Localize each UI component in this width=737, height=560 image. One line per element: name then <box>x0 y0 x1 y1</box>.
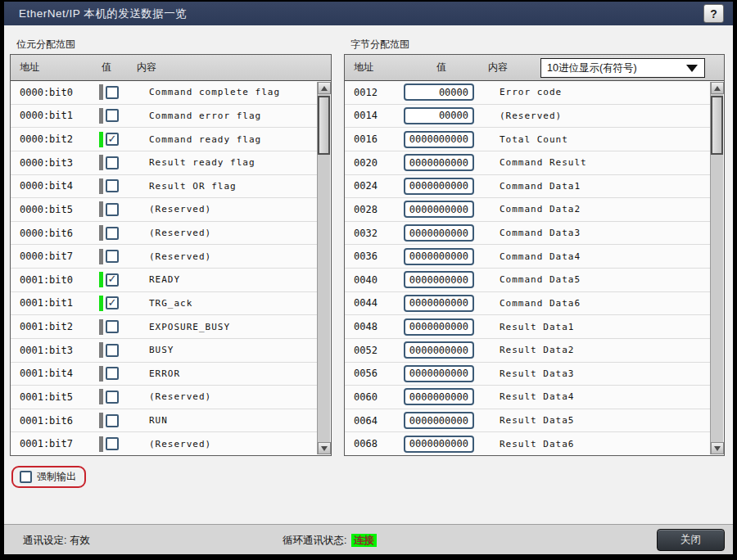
bit-checkbox[interactable] <box>106 203 119 216</box>
scroll-down-icon[interactable] <box>711 442 724 454</box>
close-button[interactable]: 关闭 <box>657 529 725 551</box>
bit-address: 0001:bit6 <box>20 415 99 427</box>
byte-value-input[interactable] <box>404 107 474 124</box>
byte-content: Command Data2 <box>500 204 581 215</box>
bit-checkbox[interactable] <box>106 133 119 146</box>
bit-checkbox[interactable] <box>106 227 119 240</box>
byte-value-input[interactable] <box>404 178 474 195</box>
bit-address: 0001:bit1 <box>20 297 99 309</box>
bit-content: (Reserved) <box>149 439 211 449</box>
bit-row: 0001:bit6RUN <box>11 409 317 433</box>
byte-scrollbar[interactable] <box>710 82 723 454</box>
byte-row: 0028Command Data2 <box>345 198 710 222</box>
bit-checkbox[interactable] <box>106 109 119 122</box>
cyclic-status-badge: 连接 <box>351 534 377 547</box>
comm-setting-status: 通讯设定: 有效 <box>23 534 90 548</box>
chevron-down-icon <box>686 65 698 72</box>
byte-value-input[interactable] <box>404 154 474 171</box>
bit-value-cell <box>99 132 138 147</box>
bit-checkbox[interactable] <box>106 391 119 404</box>
bit-table-header: 地址 值 内容 <box>11 55 331 81</box>
byte-value-input[interactable] <box>404 412 474 429</box>
bit-table: 地址 值 内容 0000:bit0Command complete flag00… <box>10 54 332 456</box>
byte-value-input[interactable] <box>404 131 474 148</box>
force-output-checkbox[interactable] <box>20 471 32 483</box>
byte-address: 0032 <box>354 228 404 239</box>
bit-address: 0000:bit6 <box>20 228 99 239</box>
byte-value-input[interactable] <box>404 388 474 405</box>
bit-value-cell <box>99 249 138 264</box>
bit-row: 0000:bit1Command error flag <box>11 105 317 129</box>
bit-value-cell <box>99 108 138 124</box>
help-button[interactable]: ? <box>703 4 724 23</box>
byte-value-input[interactable] <box>404 271 474 288</box>
display-mode-value: 10进位显示(有符号) <box>547 61 686 75</box>
status-bar: 通讯设定: 有效 循环通讯状态: 连接 关闭 <box>4 524 733 554</box>
bit-row: 0000:bit7(Reserved) <box>11 245 317 269</box>
bit-content: (Reserved) <box>149 228 211 238</box>
bit-value-cell <box>99 225 138 241</box>
bit-checkbox[interactable] <box>106 414 119 427</box>
bit-address: 0000:bit2 <box>20 133 99 145</box>
bit-checkbox[interactable] <box>106 250 119 263</box>
value-indicator-bar <box>99 319 103 335</box>
value-indicator-bar <box>99 366 103 382</box>
dialog-frame: EtherNet/IP 本机的发送数据一览 ? 位元分配范围 字节分配范围 地址… <box>0 0 737 560</box>
bit-scrollbar-thumb[interactable] <box>318 96 330 155</box>
bit-checkbox[interactable] <box>106 320 119 333</box>
byte-content: Command Data1 <box>500 181 581 192</box>
byte-address: 0040 <box>354 274 404 286</box>
byte-value-input[interactable] <box>404 341 474 359</box>
bit-checkbox[interactable] <box>106 179 119 192</box>
value-indicator-bar <box>99 413 103 428</box>
byte-value-input[interactable] <box>404 248 474 265</box>
byte-value-input[interactable] <box>404 224 474 242</box>
byte-content: Result Data4 <box>500 391 574 402</box>
bit-checkbox[interactable] <box>106 86 119 99</box>
byte-table: 地址 值 内容 10进位显示(有符号) 0012Error code0014(R… <box>344 54 725 456</box>
byte-address: 0056 <box>354 368 404 379</box>
comm-setting-value: 有效 <box>70 535 90 546</box>
byte-value-input[interactable] <box>404 295 474 312</box>
byte-value-cell <box>404 388 489 405</box>
bit-content: Command error flag <box>149 111 261 121</box>
byte-address: 0052 <box>354 345 404 356</box>
byte-row: 0014(Reserved) <box>345 105 710 129</box>
byte-row: 0016Total Count <box>345 128 710 151</box>
force-output-group: 强制输出 <box>11 466 86 488</box>
bit-address: 0000:bit7 <box>20 251 99 262</box>
bit-checkbox[interactable] <box>106 156 119 169</box>
byte-value-input[interactable] <box>404 201 474 218</box>
scroll-up-icon[interactable] <box>711 82 724 94</box>
bit-checkbox[interactable] <box>106 273 119 287</box>
bit-checkbox[interactable] <box>106 367 119 380</box>
byte-value-cell <box>404 154 489 171</box>
bit-scrollbar[interactable] <box>317 82 330 454</box>
cyclic-status-label: 循环通讯状态: <box>283 535 350 546</box>
value-indicator-bar <box>99 342 103 358</box>
bit-checkbox[interactable] <box>106 437 119 450</box>
bit-checkbox[interactable] <box>106 344 119 357</box>
display-mode-dropdown[interactable]: 10进位显示(有符号) <box>540 58 705 78</box>
byte-value-cell <box>404 107 489 124</box>
scroll-up-icon[interactable] <box>318 82 331 94</box>
byte-scrollbar-thumb[interactable] <box>711 96 723 155</box>
byte-address: 0060 <box>354 391 404 403</box>
bit-table-body: 0000:bit0Command complete flag0000:bit1C… <box>11 81 331 455</box>
scroll-down-icon[interactable] <box>318 442 331 454</box>
byte-value-cell <box>404 365 489 382</box>
byte-value-input[interactable] <box>404 436 474 453</box>
byte-address: 0036 <box>354 251 404 262</box>
byte-value-input[interactable] <box>404 84 474 101</box>
value-indicator-bar <box>99 84 103 100</box>
byte-value-input[interactable] <box>404 318 474 336</box>
byte-col-content: 内容 <box>488 61 508 75</box>
value-indicator-bar <box>99 178 103 194</box>
byte-address: 0048 <box>354 321 404 332</box>
byte-row: 0040Command Data5 <box>345 269 710 292</box>
bit-value-cell <box>99 389 138 404</box>
byte-value-input[interactable] <box>404 365 474 382</box>
bit-checkbox[interactable] <box>106 296 119 309</box>
byte-value-cell <box>404 178 489 195</box>
byte-address: 0016 <box>354 133 404 145</box>
